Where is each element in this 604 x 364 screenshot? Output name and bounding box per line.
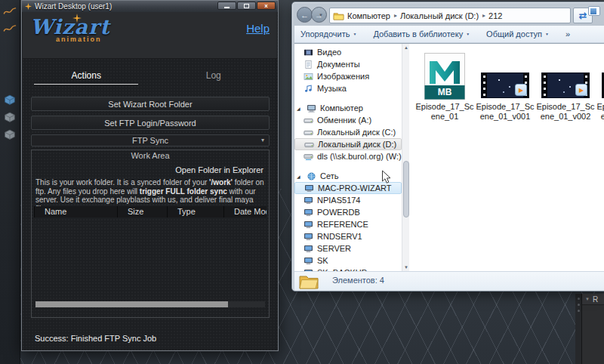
tab-actions[interactable]: Actions — [23, 66, 150, 85]
column-header[interactable]: Date Modif — [223, 206, 267, 217]
mouse-cursor — [381, 170, 391, 188]
screen: ▼ R Wizart Desktop (user1) x Wizart anim… — [0, 0, 604, 364]
sidebar-item-powerdb[interactable]: POWERDB — [294, 206, 402, 218]
address-bar[interactable]: Компьютер▸Локальный диск (D:)▸212 — [329, 8, 571, 23]
maximize-button[interactable] — [237, 2, 256, 10]
pc-icon — [304, 196, 313, 205]
maya-toolbar-strip — [0, 0, 20, 364]
wizart-tabs: ActionsLog — [23, 66, 277, 85]
scrollbar-thumb[interactable] — [35, 301, 228, 307]
file-item[interactable]: ▶Episode_17_Scene_01_v002 — [536, 50, 595, 121]
horizontal-scrollbar[interactable] — [35, 301, 265, 307]
wizart-app-icon — [25, 3, 32, 10]
file-item[interactable]: MBEpisode_17_Scene_01 — [415, 50, 474, 121]
maya-panel-label: R — [593, 295, 598, 304]
file-table-header: NameSizeTypeDate Modif — [34, 206, 267, 217]
change-view-icon[interactable] — [588, 6, 600, 16]
refresh-icon: ⇄ — [579, 10, 587, 21]
pc-icon — [304, 184, 314, 193]
folder-icon — [298, 273, 319, 293]
svg-text:MB: MB — [438, 87, 452, 97]
sidebar-label: SK — [317, 256, 328, 265]
close-button[interactable]: x — [257, 2, 276, 10]
explorer-toolbar: Упорядочить▼Добавить в библиотеку▼Общий … — [294, 26, 604, 43]
breadcrumb-separator-icon: ▸ — [482, 12, 485, 19]
toolbar-label: Общий доступ — [486, 29, 542, 39]
maya-panel-header[interactable]: ▼ R — [582, 294, 604, 305]
sidebar-item-rndserv1[interactable]: RNDSERV1 — [294, 230, 402, 242]
image-icon — [304, 72, 313, 81]
ftp-sync-dropdown[interactable]: FTP Sync▾ — [31, 134, 270, 147]
maximize-icon — [244, 4, 249, 8]
minimize-button[interactable] — [217, 2, 236, 10]
breadcrumb-segment[interactable]: Компьютер — [347, 11, 390, 20]
sidebar-item-server[interactable]: SERVER — [294, 242, 402, 254]
chevron-down-icon: ▼ — [585, 297, 590, 301]
sidebar-label: Компьютер — [320, 103, 363, 113]
video-icon — [304, 48, 313, 57]
sidebar-item-видео[interactable]: Видео — [294, 46, 402, 58]
wizart-logo: Wizart animation — [30, 15, 128, 43]
address-dropdown-icon[interactable]: ▼ — [319, 13, 323, 17]
chevron-down-icon: ▼ — [545, 32, 549, 36]
sidebar-item-npias5174[interactable]: NPIAS5174 — [294, 194, 402, 206]
sidebar-item-изображения[interactable]: Изображения — [294, 70, 402, 82]
tab-log[interactable]: Log — [150, 66, 278, 85]
logo-subtext: animation — [56, 35, 128, 43]
sidebar-item-компьютер[interactable]: ◢Компьютер — [294, 102, 402, 114]
file-item[interactable]: ▶Episode_17_Scene_01_v003 — [596, 50, 604, 121]
network-drive-icon — [304, 153, 313, 161]
pc-icon — [304, 245, 313, 253]
sidebar-label: Видео — [317, 48, 341, 57]
pc-icon — [304, 257, 313, 265]
pc-icon — [304, 233, 313, 241]
video-file-icon: ▶ — [541, 72, 590, 98]
drive-icon — [304, 140, 314, 149]
общий-доступ-button[interactable]: Общий доступ▼ — [486, 29, 549, 39]
column-header[interactable]: Name — [34, 206, 117, 217]
sidebar-item-локальный-диск-c[interactable]: Локальный диск (C:) — [294, 126, 402, 138]
expand-triangle-icon[interactable]: ◢ — [297, 174, 303, 179]
scrollbar-thumb[interactable] — [403, 161, 409, 217]
breadcrumb-segment[interactable]: Локальный диск (D:) — [400, 11, 479, 20]
sidebar-scrollbar[interactable]: ▲ ▼ — [402, 44, 409, 271]
sidebar-item-музыка[interactable]: Музыка — [294, 82, 402, 94]
item-button[interactable]: » — [565, 29, 570, 39]
back-arrow-icon: ← — [300, 11, 309, 20]
sidebar-item-обменник-a[interactable]: Обменник (A:) — [294, 114, 402, 126]
упорядочить-button[interactable]: Упорядочить▼ — [300, 29, 356, 39]
sidebar-item-dls-sk-burol-org-w[interactable]: dls (\\sk.burol.org) (W:) — [294, 150, 402, 162]
expand-triangle-icon[interactable]: ◢ — [297, 106, 303, 111]
back-button[interactable]: ← — [297, 7, 313, 23]
set-ftp-login-password-button[interactable]: Set FTP Login/Password — [31, 116, 270, 130]
explorer-window: ← → Компьютер▸Локальный диск (D:)▸212 ▼ … — [291, 2, 604, 292]
sidebar-item-документы[interactable]: Документы — [294, 58, 402, 70]
sidebar-label: POWERDB — [317, 208, 360, 217]
file-list: MBEpisode_17_Scene_01▶Episode_17_Scene_0… — [409, 44, 604, 271]
column-header[interactable]: Type — [167, 206, 223, 217]
toolbar-label: Упорядочить — [300, 29, 350, 39]
добавить-в-библиотеку-button[interactable]: Добавить в библиотеку▼ — [373, 29, 470, 39]
sidebar-item-sk[interactable]: SK — [294, 254, 402, 267]
file-name: Episode_17_Scene_01_v001 — [476, 102, 535, 121]
sidebar-item-reference[interactable]: REFERENCE — [294, 218, 402, 230]
maya-panel-grip[interactable] — [575, 294, 581, 364]
set-wizart-root-folder-button[interactable]: Set Wizart Root Folder — [31, 97, 270, 111]
close-icon: x — [264, 2, 267, 9]
open-folder-link[interactable]: Open Folder in Explorer — [175, 165, 263, 174]
file-item[interactable]: ▶Episode_17_Scene_01_v001 — [476, 50, 535, 121]
toolbar-label: » — [565, 29, 570, 39]
explorer-status-bar: Элементов: 4 — [294, 271, 604, 290]
filmstrip-holes-icon — [542, 73, 547, 97]
filmstrip-holes-icon — [482, 73, 487, 97]
sidebar-item-локальный-диск-d[interactable]: Локальный диск (D:) — [294, 138, 402, 150]
explorer-nav-bar: ← → Компьютер▸Локальный диск (D:)▸212 ▼ … — [294, 5, 604, 25]
breadcrumb-segment[interactable]: 212 — [488, 11, 502, 20]
help-link[interactable]: Help — [246, 22, 270, 35]
column-header[interactable]: Size — [117, 206, 167, 217]
sidebar-label: Локальный диск (C:) — [317, 128, 396, 137]
curve-tool-icon — [3, 23, 17, 34]
sidebar-label: Обменник (A:) — [317, 116, 371, 125]
sidebar-label: Сеть — [320, 171, 338, 180]
sidebar-label: REFERENCE — [317, 220, 368, 229]
